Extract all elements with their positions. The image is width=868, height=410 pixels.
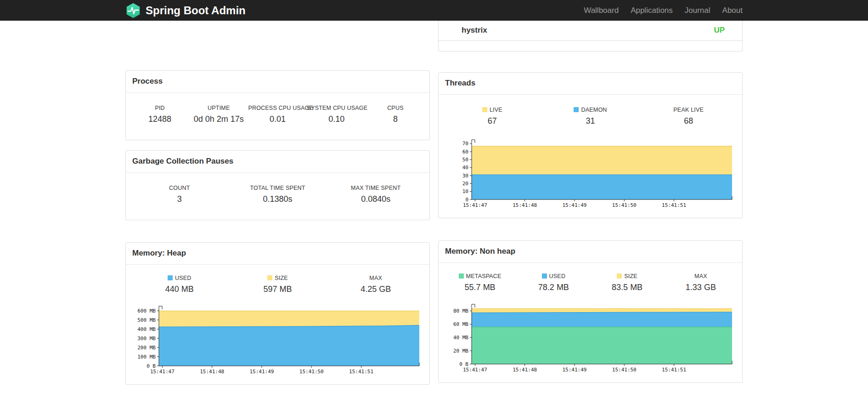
live-legend-swatch-icon	[482, 107, 487, 112]
svg-text:60 MB: 60 MB	[453, 321, 468, 327]
spring-boot-admin-logo-icon	[125, 3, 141, 18]
nav-applications[interactable]: Applications	[625, 0, 679, 21]
application-name: hystrix	[462, 26, 487, 35]
svg-text:200 MB: 200 MB	[137, 345, 156, 351]
memory-heap-panel-title: Memory: Heap	[126, 243, 429, 265]
svg-text:15:41:48: 15:41:48	[200, 369, 224, 375]
stat-peak-live: PEAK LIVE 68	[639, 107, 738, 126]
used-legend-swatch-icon	[542, 273, 547, 279]
process-panel: Process PID 12488 UPTIME 0d 0h 2m 17s PR…	[125, 70, 430, 140]
threads-panel-title: Threads	[439, 73, 742, 95]
nav-item: About	[716, 0, 749, 21]
stat-metaspace: METASPACE 55.7 MB	[443, 273, 517, 292]
applications-panel: hystrix UP	[438, 21, 743, 51]
svg-text:15:41:50: 15:41:50	[612, 367, 637, 373]
navbar-inner: Spring Boot Admin Wallboard Applications…	[125, 0, 743, 21]
svg-text:15:41:47: 15:41:47	[463, 367, 487, 373]
svg-text:0: 0	[465, 197, 468, 203]
memory-nonheap-chart: 0 B20 MB40 MB60 MB80 MB15:41:4715:41:481…	[445, 299, 736, 376]
svg-text:0 B: 0 B	[147, 363, 156, 369]
memory-nonheap-legend: METASPACE 55.7 MB USED 78.2 MB SIZE 83.5…	[439, 263, 742, 299]
used-legend-swatch-icon	[168, 275, 173, 280]
application-status-badge: UP	[714, 26, 725, 35]
stat-live: LIVE 67	[443, 107, 541, 126]
stat-max: MAX 4.25 GB	[327, 275, 425, 294]
nav-item: Journal	[679, 0, 716, 21]
svg-text:500 MB: 500 MB	[137, 317, 156, 323]
memory-heap-chart: 0 B100 MB200 MB300 MB400 MB500 MB600 MB1…	[132, 301, 423, 378]
memory-heap-legend: USED 440 MB SIZE 597 MB MAX 4.25 GB	[126, 265, 429, 301]
brand-link[interactable]: Spring Boot Admin	[125, 3, 246, 18]
svg-text:15:41:49: 15:41:49	[562, 202, 586, 208]
stat-process-cpu-usage: PROCESS CPU USAGE 0.01	[248, 105, 307, 124]
svg-text:50: 50	[462, 157, 468, 163]
stat-system-cpu-usage: SYSTEM CPU USAGE 0.10	[307, 105, 366, 124]
stat-used: USED 78.2 MB	[517, 273, 590, 292]
size-legend-swatch-icon	[267, 275, 272, 280]
svg-text:600 MB: 600 MB	[137, 308, 156, 314]
gc-panel: Garbage Collection Pauses COUNT 3 TOTAL …	[125, 150, 430, 220]
gc-stats: COUNT 3 TOTAL TIME SPENT 0.1380s MAX TIM…	[126, 173, 429, 220]
right-column: hystrix UP Threads LIVE 67 DAEMON 31 PEA…	[438, 21, 743, 385]
memory-nonheap-panel-title: Memory: Non heap	[439, 241, 742, 263]
svg-text:0 B: 0 B	[459, 361, 468, 367]
threads-chart: 01020304050607015:41:4715:41:4815:41:491…	[445, 134, 736, 211]
gc-panel-title: Garbage Collection Pauses	[126, 151, 429, 173]
stat-uptime: UPTIME 0d 0h 2m 17s	[189, 105, 248, 124]
memory-nonheap-panel: Memory: Non heap METASPACE 55.7 MB USED …	[438, 240, 743, 383]
nav-journal[interactable]: Journal	[679, 0, 716, 21]
svg-text:10: 10	[462, 188, 468, 194]
memory-heap-panel: Memory: Heap USED 440 MB SIZE 597 MB MAX…	[125, 242, 430, 385]
process-stats: PID 12488 UPTIME 0d 0h 2m 17s PROCESS CP…	[126, 93, 429, 140]
memory-nonheap-chart-svg: 0 B20 MB40 MB60 MB80 MB15:41:4715:41:481…	[445, 299, 736, 376]
svg-text:100 MB: 100 MB	[137, 354, 156, 360]
svg-text:400 MB: 400 MB	[137, 326, 156, 332]
threads-chart-svg: 01020304050607015:41:4715:41:4815:41:491…	[445, 134, 736, 211]
memory-heap-chart-svg: 0 B100 MB200 MB300 MB400 MB500 MB600 MB1…	[132, 301, 423, 378]
threads-panel: Threads LIVE 67 DAEMON 31 PEAK LIVE 68 0…	[438, 72, 743, 218]
nav-item: Applications	[625, 0, 679, 21]
stat-used: USED 440 MB	[130, 275, 229, 294]
svg-text:20 MB: 20 MB	[453, 348, 468, 354]
applications-panel-footer	[439, 41, 742, 51]
svg-text:15:41:49: 15:41:49	[249, 369, 274, 375]
stat-count: COUNT 3	[130, 185, 229, 204]
process-panel-title: Process	[126, 71, 429, 93]
svg-text:15:41:50: 15:41:50	[612, 202, 637, 208]
daemon-legend-swatch-icon	[574, 107, 579, 112]
svg-text:80 MB: 80 MB	[453, 308, 468, 314]
svg-text:15:41:47: 15:41:47	[150, 369, 175, 375]
threads-legend: LIVE 67 DAEMON 31 PEAK LIVE 68	[439, 95, 742, 134]
svg-text:60: 60	[462, 149, 468, 155]
svg-text:15:41:49: 15:41:49	[562, 367, 586, 373]
metaspace-legend-swatch-icon	[459, 273, 464, 279]
stat-pid: PID 12488	[130, 105, 189, 124]
application-row[interactable]: hystrix UP	[439, 21, 742, 41]
main-content: Process PID 12488 UPTIME 0d 0h 2m 17s PR…	[125, 21, 743, 410]
navbar: Spring Boot Admin Wallboard Applications…	[0, 0, 868, 21]
stat-max-time-spent: MAX TIME SPENT 0.0840s	[327, 185, 425, 204]
stat-size: SIZE 597 MB	[229, 275, 327, 294]
brand-title: Spring Boot Admin	[146, 4, 246, 17]
stat-cpus: CPUS 8	[366, 105, 425, 124]
nav-item: Wallboard	[578, 0, 625, 21]
nav-about[interactable]: About	[716, 0, 749, 21]
svg-text:15:41:47: 15:41:47	[463, 202, 487, 208]
stat-daemon: DAEMON 31	[541, 107, 640, 126]
svg-text:30: 30	[462, 173, 468, 179]
svg-text:70: 70	[462, 141, 468, 147]
stat-total-time-spent: TOTAL TIME SPENT 0.1380s	[229, 185, 327, 204]
svg-text:40 MB: 40 MB	[453, 335, 468, 341]
svg-text:15:41:48: 15:41:48	[513, 202, 537, 208]
svg-text:15:41:51: 15:41:51	[662, 202, 686, 208]
svg-text:15:41:51: 15:41:51	[662, 367, 686, 373]
size-legend-swatch-icon	[617, 273, 622, 279]
left-column: Process PID 12488 UPTIME 0d 0h 2m 17s PR…	[125, 21, 430, 385]
nav-links: Wallboard Applications Journal About	[578, 0, 749, 21]
nav-wallboard[interactable]: Wallboard	[578, 0, 625, 21]
svg-text:40: 40	[462, 165, 468, 171]
svg-text:300 MB: 300 MB	[137, 336, 156, 342]
svg-text:15:41:48: 15:41:48	[513, 367, 537, 373]
svg-text:15:41:50: 15:41:50	[299, 369, 324, 375]
svg-text:15:41:51: 15:41:51	[349, 369, 373, 375]
